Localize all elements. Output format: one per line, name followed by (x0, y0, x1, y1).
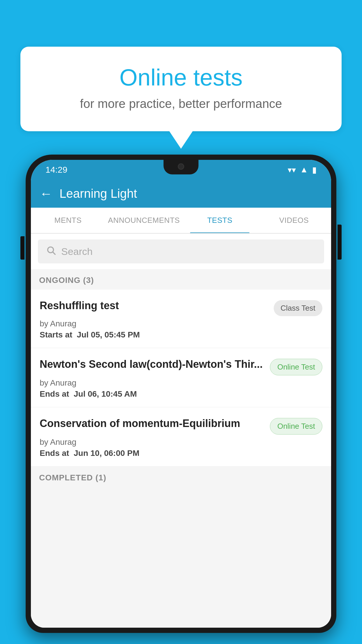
wifi-icon: ▾▾ (288, 165, 296, 175)
app-bar: ← Learning Light (31, 180, 331, 208)
section-completed: COMPLETED (1) (31, 467, 331, 487)
test-card-3-date: Ends at Jun 10, 06:00 PM (40, 449, 322, 458)
notch-camera (178, 163, 184, 170)
tab-announcements[interactable]: ANNOUNCEMENTS (105, 208, 183, 233)
tabs-bar: MENTS ANNOUNCEMENTS TESTS VIDEOS (31, 208, 331, 234)
test-card-3-by: by Anurag (40, 438, 322, 447)
section-ongoing: ONGOING (3) (31, 269, 331, 290)
battery-icon: ▮ (312, 165, 317, 175)
test-card-3-title: Conservation of momentum-Equilibrium (40, 417, 270, 430)
svg-line-1 (53, 252, 55, 254)
search-icon (46, 245, 56, 258)
test-card-2-badge: Online Test (270, 359, 322, 375)
status-time: 14:29 (45, 165, 67, 175)
tab-videos[interactable]: VIDEOS (257, 208, 331, 233)
search-bar[interactable]: Search (38, 239, 324, 263)
content-area: Search ONGOING (3) Reshuffling test Clas… (31, 234, 331, 628)
speech-bubble-arrow (169, 131, 193, 149)
test-card-3[interactable]: Conservation of momentum-Equilibrium Onl… (31, 407, 331, 466)
speech-bubble-subtitle: for more practice, better performance (44, 97, 318, 111)
tab-tests[interactable]: TESTS (183, 208, 257, 233)
test-card-2-by: by Anurag (40, 378, 322, 388)
app-title: Learning Light (59, 187, 137, 201)
phone-wrapper: 14:29 ▾▾ ▲ ▮ ← Learning Light MENTS ANNO… (26, 155, 336, 644)
back-button[interactable]: ← (40, 186, 52, 201)
search-placeholder: Search (61, 246, 93, 257)
test-card-1-by: by Anurag (40, 319, 322, 328)
signal-icon: ▲ (300, 165, 308, 174)
test-card-3-badge: Online Test (270, 418, 322, 435)
phone-notch (164, 160, 198, 174)
test-card-1[interactable]: Reshuffling test Class Test by Anurag St… (31, 290, 331, 348)
search-container: Search (31, 234, 331, 269)
test-card-2-header: Newton's Second law(contd)-Newton's Thir… (40, 358, 322, 375)
speech-bubble-wrapper: Online tests for more practice, better p… (20, 47, 342, 149)
test-card-1-title: Reshuffling test (40, 299, 274, 313)
speech-bubble: Online tests for more practice, better p… (20, 47, 342, 131)
test-card-1-header: Reshuffling test Class Test (40, 299, 322, 316)
phone-outer: 14:29 ▾▾ ▲ ▮ ← Learning Light MENTS ANNO… (26, 155, 336, 633)
phone-screen: 14:29 ▾▾ ▲ ▮ ← Learning Light MENTS ANNO… (31, 160, 331, 628)
test-card-2-date: Ends at Jul 06, 10:45 AM (40, 389, 322, 399)
test-card-2[interactable]: Newton's Second law(contd)-Newton's Thir… (31, 348, 331, 407)
status-icons: ▾▾ ▲ ▮ (288, 165, 317, 175)
test-card-1-date: Starts at Jul 05, 05:45 PM (40, 330, 322, 340)
test-card-1-badge: Class Test (274, 300, 322, 316)
speech-bubble-title: Online tests (44, 64, 318, 91)
test-card-2-title: Newton's Second law(contd)-Newton's Thir… (40, 358, 270, 371)
tab-ments[interactable]: MENTS (31, 208, 105, 233)
test-card-3-header: Conservation of momentum-Equilibrium Onl… (40, 417, 322, 435)
